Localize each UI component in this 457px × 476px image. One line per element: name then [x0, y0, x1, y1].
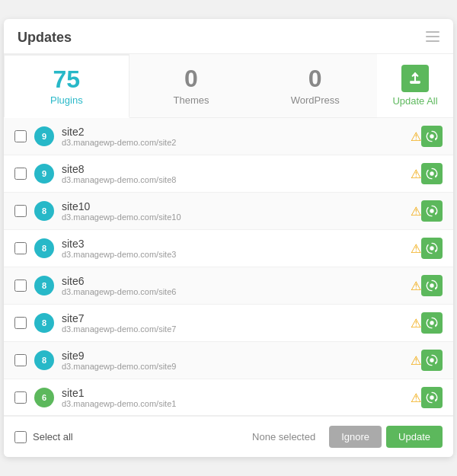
update-badge: 8	[34, 313, 54, 333]
site-name: site10	[62, 200, 404, 212]
site-name: site9	[62, 350, 404, 362]
update-badge: 8	[34, 201, 54, 221]
site-name: site8	[62, 163, 404, 175]
row-checkbox[interactable]	[14, 391, 27, 404]
warning-icon: ⚠	[411, 353, 421, 368]
select-all-label[interactable]: Select all	[33, 431, 73, 442]
update-badge: 6	[34, 388, 54, 407]
warning-icon: ⚠	[411, 391, 421, 405]
site-name: site6	[62, 275, 404, 287]
svg-point-11	[430, 358, 433, 362]
plugins-count: 75	[53, 66, 81, 93]
row-checkbox[interactable]	[14, 317, 27, 329]
update-all-label: Update All	[392, 95, 437, 107]
stat-themes[interactable]: 0 Themes	[129, 54, 254, 117]
site-refresh-button[interactable]	[421, 312, 443, 334]
warning-icon: ⚠	[411, 204, 421, 219]
svg-rect-0	[426, 31, 439, 33]
svg-point-8	[430, 246, 433, 250]
update-all-icon	[401, 65, 429, 92]
card-header: Updates	[4, 19, 453, 54]
svg-rect-4	[410, 81, 420, 84]
menu-icon[interactable]	[426, 30, 439, 46]
site-name: site2	[62, 126, 404, 138]
site-url: d3.managewp-demo.com/site8	[62, 175, 404, 184]
site-url: d3.managewp-demo.com/site1	[62, 399, 404, 408]
ignore-button[interactable]: Ignore	[329, 426, 382, 448]
wordpress-label: WordPress	[291, 94, 340, 106]
page-title: Updates	[18, 30, 72, 46]
site-refresh-button[interactable]	[421, 163, 443, 184]
footer-bar: Select all None selected Ignore Update	[4, 415, 453, 457]
site-refresh-button[interactable]	[421, 275, 443, 296]
site-refresh-button[interactable]	[421, 126, 443, 147]
site-info: site8 d3.managewp-demo.com/site8	[62, 163, 404, 184]
update-badge: 9	[34, 126, 54, 146]
table-row: 9 site2 d3.managewp-demo.com/site2 ⚠	[4, 118, 453, 155]
updates-card: Updates 75 Plugins 0 Themes 0 WordPress	[4, 19, 453, 457]
warning-icon: ⚠	[411, 167, 421, 181]
warning-icon: ⚠	[411, 129, 421, 144]
site-info: site7 d3.managewp-demo.com/site7	[62, 312, 404, 334]
themes-count: 0	[184, 65, 198, 92]
svg-point-7	[430, 209, 433, 212]
update-badge: 8	[34, 350, 54, 370]
site-refresh-button[interactable]	[421, 387, 443, 408]
site-refresh-button[interactable]	[421, 350, 443, 371]
stat-wordpress[interactable]: 0 WordPress	[253, 54, 377, 117]
svg-point-10	[430, 321, 433, 324]
stats-bar: 75 Plugins 0 Themes 0 WordPress Update A…	[4, 54, 453, 118]
table-row: 8 site3 d3.managewp-demo.com/site3 ⚠	[4, 230, 453, 267]
wordpress-count: 0	[308, 65, 322, 92]
warning-icon: ⚠	[411, 316, 421, 331]
site-info: site3 d3.managewp-demo.com/site3	[62, 238, 404, 259]
row-checkbox[interactable]	[14, 242, 27, 254]
svg-point-12	[430, 395, 433, 399]
site-info: site6 d3.managewp-demo.com/site6	[62, 275, 404, 296]
svg-point-5	[430, 134, 433, 138]
row-checkbox[interactable]	[14, 168, 27, 180]
table-row: 8 site9 d3.managewp-demo.com/site9 ⚠	[4, 342, 453, 379]
table-row: 6 site1 d3.managewp-demo.com/site1 ⚠	[4, 379, 453, 415]
update-badge: 8	[34, 276, 54, 296]
update-badge: 8	[34, 238, 54, 258]
row-checkbox[interactable]	[14, 280, 27, 292]
selection-status: None selected	[73, 431, 315, 442]
site-url: d3.managewp-demo.com/site2	[62, 138, 404, 147]
update-badge: 9	[34, 164, 54, 184]
site-name: site7	[62, 312, 404, 324]
svg-rect-2	[426, 40, 439, 42]
svg-point-6	[430, 171, 433, 175]
site-list: 9 site2 d3.managewp-demo.com/site2 ⚠ 9 s…	[4, 118, 453, 415]
site-url: d3.managewp-demo.com/site6	[62, 287, 404, 296]
site-info: site1 d3.managewp-demo.com/site1	[62, 387, 404, 408]
table-row: 8 site6 d3.managewp-demo.com/site6 ⚠	[4, 267, 453, 305]
site-name: site3	[62, 238, 404, 250]
select-all-checkbox[interactable]	[14, 431, 27, 443]
warning-icon: ⚠	[411, 279, 421, 293]
warning-icon: ⚠	[411, 241, 421, 256]
table-row: 8 site7 d3.managewp-demo.com/site7 ⚠	[4, 305, 453, 342]
site-url: d3.managewp-demo.com/site7	[62, 324, 404, 334]
svg-rect-1	[426, 36, 439, 37]
table-row: 9 site8 d3.managewp-demo.com/site8 ⚠	[4, 155, 453, 193]
site-url: d3.managewp-demo.com/site3	[62, 250, 404, 259]
site-refresh-button[interactable]	[421, 238, 443, 259]
update-button[interactable]: Update	[386, 426, 443, 448]
plugins-label: Plugins	[50, 94, 83, 106]
site-url: d3.managewp-demo.com/site10	[62, 212, 404, 222]
site-refresh-button[interactable]	[421, 200, 443, 222]
stat-plugins[interactable]: 75 Plugins	[4, 54, 129, 118]
row-checkbox[interactable]	[14, 205, 27, 217]
table-row: 8 site10 d3.managewp-demo.com/site10 ⚠	[4, 193, 453, 230]
themes-label: Themes	[174, 94, 209, 106]
site-info: site10 d3.managewp-demo.com/site10	[62, 200, 404, 222]
row-checkbox[interactable]	[14, 130, 27, 142]
update-all-button[interactable]: Update All	[377, 54, 453, 117]
svg-point-9	[430, 283, 433, 287]
site-info: site9 d3.managewp-demo.com/site9	[62, 350, 404, 371]
site-name: site1	[62, 387, 404, 399]
site-info: site2 d3.managewp-demo.com/site2	[62, 126, 404, 147]
row-checkbox[interactable]	[14, 354, 27, 366]
site-url: d3.managewp-demo.com/site9	[62, 362, 404, 371]
